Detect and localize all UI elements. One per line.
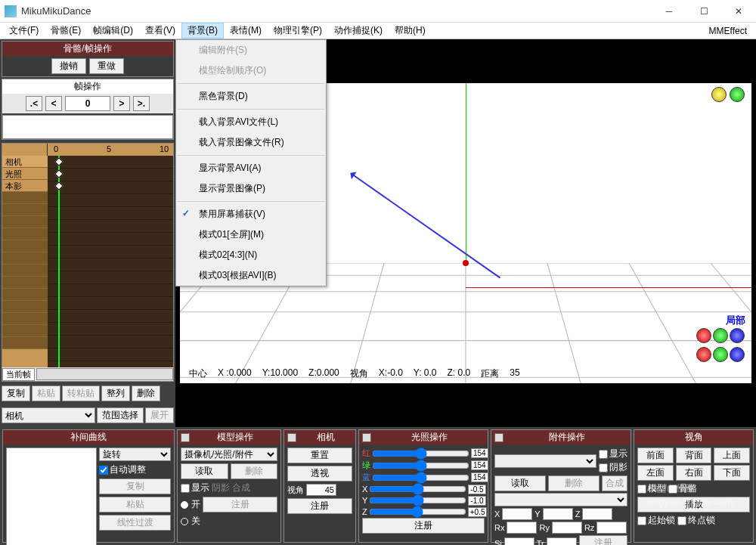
acc-read-button[interactable]: 读取 <box>494 475 546 491</box>
menu-load-image[interactable]: 载入背景图像文件(R) <box>176 132 326 153</box>
acc-x-input[interactable] <box>502 508 532 520</box>
light-x-slider[interactable] <box>369 484 466 494</box>
menu-physics[interactable]: 物理引擎(P) <box>268 23 328 39</box>
curve-paste-button[interactable]: 粘贴 <box>99 497 171 512</box>
model-read-button[interactable]: 读取 <box>181 463 228 479</box>
collapse-icon[interactable] <box>181 433 190 442</box>
model-register-button[interactable]: 注册 <box>203 497 277 512</box>
rot-x-icon[interactable] <box>696 328 711 343</box>
acc-rz-input[interactable] <box>596 522 627 534</box>
view-right-button[interactable]: 右面 <box>676 465 712 481</box>
range-select-button[interactable]: 范围选择 <box>97 407 144 423</box>
redo-button[interactable]: 重做 <box>89 58 124 74</box>
timeline-ruler[interactable]: 0 5 10 <box>2 144 173 156</box>
light-b-slider[interactable] <box>372 472 469 483</box>
rot-y-icon[interactable] <box>713 328 728 343</box>
collapse-icon[interactable] <box>362 433 371 442</box>
view-front-button[interactable]: 前面 <box>637 447 674 463</box>
camera-register-button[interactable]: 注册 <box>287 498 352 514</box>
delete-button[interactable]: 删除 <box>132 386 160 401</box>
zoom-icon[interactable] <box>711 87 727 102</box>
menu-draw-order[interactable]: 模型绘制顺序(O) <box>176 60 326 81</box>
acc-delete-button[interactable]: 删除 <box>548 475 600 491</box>
copy-button[interactable]: 复制 <box>2 386 30 401</box>
menu-edit-accessory[interactable]: 编辑附件(S) <box>176 40 326 60</box>
light-register-button[interactable]: 注册 <box>362 518 485 534</box>
move-y-icon[interactable] <box>713 347 728 362</box>
frame-first-button[interactable]: .< <box>26 96 42 111</box>
menu-show-avi[interactable]: 显示背景AVI(A) <box>176 158 326 178</box>
menu-load-avi[interactable]: 载入背景AVI文件(L) <box>176 112 326 132</box>
paste-button[interactable]: 粘贴 <box>32 386 60 401</box>
light-z-slider[interactable] <box>369 506 466 517</box>
track-shadow[interactable]: 本影 <box>2 180 48 192</box>
acc-tr-input[interactable] <box>547 537 577 546</box>
view-top-button[interactable]: 上面 <box>714 447 750 463</box>
acc-y-input[interactable] <box>543 508 573 520</box>
acc-si-input[interactable] <box>504 537 534 546</box>
collapse-icon[interactable] <box>287 433 296 442</box>
rot-z-icon[interactable] <box>730 328 745 343</box>
frame-next-button[interactable]: > <box>113 96 130 111</box>
model-select[interactable]: 相机 <box>2 407 95 423</box>
frame-number-input[interactable] <box>65 96 110 111</box>
acc-ry-input[interactable] <box>552 522 582 534</box>
menu-show-image[interactable]: 显示背景图像(P) <box>176 178 326 199</box>
curve-linear-button[interactable]: 线性过渡 <box>99 515 171 531</box>
undo-button[interactable]: 撤销 <box>51 58 86 74</box>
move-z-icon[interactable] <box>730 347 745 362</box>
expand-button[interactable]: 展开 <box>145 407 174 423</box>
curve-copy-button[interactable]: 复制 <box>99 478 171 494</box>
model-ops-select[interactable]: 摄像机/光照/附件 <box>181 447 277 461</box>
menu-help[interactable]: 帮助(H) <box>389 23 432 39</box>
acc-register-button[interactable]: 注册 <box>579 535 627 545</box>
angle-input[interactable] <box>306 484 336 496</box>
maximize-button[interactable]: ☐ <box>686 0 721 23</box>
track-camera[interactable]: 相机 <box>2 156 48 168</box>
acc-rx-input[interactable] <box>507 522 537 534</box>
light-y-slider[interactable] <box>369 495 466 506</box>
auto-adjust-checkbox[interactable]: 自动调整 <box>99 463 171 476</box>
menu-file[interactable]: 文件(F) <box>3 23 45 39</box>
menu-black-bg[interactable]: 黑色背景(D) <box>176 86 326 107</box>
minimize-button[interactable]: ─ <box>652 0 686 23</box>
menu-view[interactable]: 查看(V) <box>139 23 181 39</box>
acc-select[interactable] <box>494 454 596 468</box>
view-bottom-button[interactable]: 下面 <box>714 465 750 481</box>
frame-prev-button[interactable]: < <box>45 96 62 111</box>
acc-compose-button[interactable]: 合成 <box>602 475 627 491</box>
paste-rev-button[interactable]: 转粘贴 <box>62 386 100 401</box>
menu-background[interactable]: 背景(B) <box>181 23 224 39</box>
model-delete-button[interactable]: 删除 <box>231 463 278 479</box>
menu-mocap[interactable]: 动作捕捉(K) <box>328 23 389 39</box>
timeline-scrollbar[interactable] <box>36 368 173 380</box>
timeline-grid[interactable] <box>48 156 173 367</box>
acc-bone-select[interactable] <box>494 493 627 506</box>
keyframe[interactable] <box>54 157 63 166</box>
curve-editor[interactable] <box>6 447 97 545</box>
menu-mode01[interactable]: 模式01[全屏](M) <box>176 225 326 245</box>
view-left-button[interactable]: 左面 <box>637 465 674 481</box>
camera-reset-button[interactable]: 重置 <box>287 447 352 463</box>
menu-mode03[interactable]: 模式03[根据AVI](B) <box>176 265 326 286</box>
menu-mode02[interactable]: 模式02[4:3](N) <box>176 245 326 265</box>
curve-mode-select[interactable]: 旋转 <box>99 447 171 461</box>
keyframe[interactable] <box>54 169 63 178</box>
track-light[interactable]: 光照 <box>2 168 48 180</box>
collapse-icon[interactable] <box>494 433 503 442</box>
move-x-icon[interactable] <box>696 347 711 362</box>
light-g-slider[interactable] <box>372 460 469 471</box>
menu-mmeffect[interactable]: MMEffect <box>703 24 753 38</box>
menu-disable-capture[interactable]: 禁用屏幕捕获(V) <box>176 204 326 225</box>
menu-frame-edit[interactable]: 帧编辑(D) <box>87 23 139 39</box>
menu-bone[interactable]: 骨骼(E) <box>45 23 87 39</box>
play-button[interactable]: 播放 <box>637 497 750 512</box>
align-button[interactable]: 整列 <box>101 386 130 401</box>
view-back-button[interactable]: 背面 <box>676 447 712 463</box>
acc-z-input[interactable] <box>582 508 612 520</box>
move-icon[interactable] <box>730 87 745 102</box>
light-r-slider[interactable] <box>372 448 469 459</box>
menu-expression[interactable]: 表情(M) <box>224 23 268 39</box>
close-button[interactable]: ✕ <box>721 0 756 23</box>
frame-last-button[interactable]: >. <box>133 96 150 111</box>
